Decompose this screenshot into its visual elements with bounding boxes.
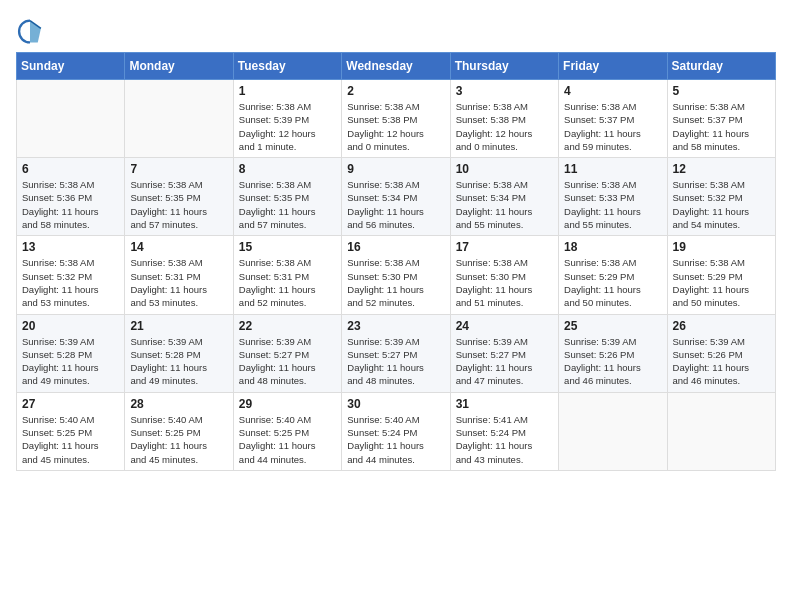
calendar-cell: 10Sunrise: 5:38 AMSunset: 5:34 PMDayligh… (450, 158, 558, 236)
calendar-week-2: 6Sunrise: 5:38 AMSunset: 5:36 PMDaylight… (17, 158, 776, 236)
day-info: Sunrise: 5:39 AMSunset: 5:28 PMDaylight:… (130, 335, 227, 388)
calendar-cell: 1Sunrise: 5:38 AMSunset: 5:39 PMDaylight… (233, 80, 341, 158)
calendar-cell: 8Sunrise: 5:38 AMSunset: 5:35 PMDaylight… (233, 158, 341, 236)
day-info: Sunrise: 5:38 AMSunset: 5:33 PMDaylight:… (564, 178, 661, 231)
day-number: 2 (347, 84, 444, 98)
day-number: 26 (673, 319, 770, 333)
day-info: Sunrise: 5:38 AMSunset: 5:38 PMDaylight:… (347, 100, 444, 153)
day-info: Sunrise: 5:38 AMSunset: 5:32 PMDaylight:… (22, 256, 119, 309)
day-info: Sunrise: 5:40 AMSunset: 5:25 PMDaylight:… (130, 413, 227, 466)
day-number: 30 (347, 397, 444, 411)
calendar-cell: 23Sunrise: 5:39 AMSunset: 5:27 PMDayligh… (342, 314, 450, 392)
day-number: 23 (347, 319, 444, 333)
calendar-header-sunday: Sunday (17, 53, 125, 80)
calendar-cell: 13Sunrise: 5:38 AMSunset: 5:32 PMDayligh… (17, 236, 125, 314)
header (16, 16, 776, 44)
calendar-cell: 15Sunrise: 5:38 AMSunset: 5:31 PMDayligh… (233, 236, 341, 314)
day-number: 4 (564, 84, 661, 98)
calendar-header-monday: Monday (125, 53, 233, 80)
day-info: Sunrise: 5:40 AMSunset: 5:24 PMDaylight:… (347, 413, 444, 466)
calendar-cell: 14Sunrise: 5:38 AMSunset: 5:31 PMDayligh… (125, 236, 233, 314)
day-number: 15 (239, 240, 336, 254)
day-number: 8 (239, 162, 336, 176)
day-info: Sunrise: 5:38 AMSunset: 5:32 PMDaylight:… (673, 178, 770, 231)
day-info: Sunrise: 5:38 AMSunset: 5:30 PMDaylight:… (347, 256, 444, 309)
logo-icon (16, 16, 44, 44)
calendar-cell: 12Sunrise: 5:38 AMSunset: 5:32 PMDayligh… (667, 158, 775, 236)
calendar-cell: 29Sunrise: 5:40 AMSunset: 5:25 PMDayligh… (233, 392, 341, 470)
day-info: Sunrise: 5:38 AMSunset: 5:29 PMDaylight:… (673, 256, 770, 309)
day-number: 27 (22, 397, 119, 411)
calendar-cell: 25Sunrise: 5:39 AMSunset: 5:26 PMDayligh… (559, 314, 667, 392)
day-number: 13 (22, 240, 119, 254)
calendar-cell: 27Sunrise: 5:40 AMSunset: 5:25 PMDayligh… (17, 392, 125, 470)
day-info: Sunrise: 5:38 AMSunset: 5:35 PMDaylight:… (239, 178, 336, 231)
day-number: 19 (673, 240, 770, 254)
day-info: Sunrise: 5:38 AMSunset: 5:34 PMDaylight:… (456, 178, 553, 231)
day-number: 14 (130, 240, 227, 254)
calendar-week-4: 20Sunrise: 5:39 AMSunset: 5:28 PMDayligh… (17, 314, 776, 392)
day-info: Sunrise: 5:39 AMSunset: 5:27 PMDaylight:… (456, 335, 553, 388)
day-number: 1 (239, 84, 336, 98)
day-info: Sunrise: 5:39 AMSunset: 5:27 PMDaylight:… (347, 335, 444, 388)
calendar-cell: 28Sunrise: 5:40 AMSunset: 5:25 PMDayligh… (125, 392, 233, 470)
day-number: 9 (347, 162, 444, 176)
day-number: 20 (22, 319, 119, 333)
day-info: Sunrise: 5:38 AMSunset: 5:31 PMDaylight:… (239, 256, 336, 309)
day-number: 17 (456, 240, 553, 254)
calendar-cell (667, 392, 775, 470)
calendar-cell: 9Sunrise: 5:38 AMSunset: 5:34 PMDaylight… (342, 158, 450, 236)
calendar-week-3: 13Sunrise: 5:38 AMSunset: 5:32 PMDayligh… (17, 236, 776, 314)
day-info: Sunrise: 5:38 AMSunset: 5:34 PMDaylight:… (347, 178, 444, 231)
calendar-cell: 2Sunrise: 5:38 AMSunset: 5:38 PMDaylight… (342, 80, 450, 158)
calendar-header-thursday: Thursday (450, 53, 558, 80)
day-number: 21 (130, 319, 227, 333)
day-number: 7 (130, 162, 227, 176)
day-number: 25 (564, 319, 661, 333)
calendar-cell: 22Sunrise: 5:39 AMSunset: 5:27 PMDayligh… (233, 314, 341, 392)
calendar-cell (559, 392, 667, 470)
calendar-header-row: SundayMondayTuesdayWednesdayThursdayFrid… (17, 53, 776, 80)
calendar-table: SundayMondayTuesdayWednesdayThursdayFrid… (16, 52, 776, 471)
day-number: 5 (673, 84, 770, 98)
day-info: Sunrise: 5:39 AMSunset: 5:27 PMDaylight:… (239, 335, 336, 388)
calendar-header-saturday: Saturday (667, 53, 775, 80)
logo (16, 16, 48, 44)
day-info: Sunrise: 5:38 AMSunset: 5:39 PMDaylight:… (239, 100, 336, 153)
day-number: 31 (456, 397, 553, 411)
calendar-cell: 31Sunrise: 5:41 AMSunset: 5:24 PMDayligh… (450, 392, 558, 470)
day-number: 18 (564, 240, 661, 254)
calendar-header-wednesday: Wednesday (342, 53, 450, 80)
calendar-cell (17, 80, 125, 158)
day-number: 28 (130, 397, 227, 411)
day-number: 22 (239, 319, 336, 333)
calendar-cell: 4Sunrise: 5:38 AMSunset: 5:37 PMDaylight… (559, 80, 667, 158)
calendar-cell: 17Sunrise: 5:38 AMSunset: 5:30 PMDayligh… (450, 236, 558, 314)
calendar-cell: 5Sunrise: 5:38 AMSunset: 5:37 PMDaylight… (667, 80, 775, 158)
day-info: Sunrise: 5:41 AMSunset: 5:24 PMDaylight:… (456, 413, 553, 466)
day-number: 6 (22, 162, 119, 176)
calendar-week-5: 27Sunrise: 5:40 AMSunset: 5:25 PMDayligh… (17, 392, 776, 470)
calendar-cell: 19Sunrise: 5:38 AMSunset: 5:29 PMDayligh… (667, 236, 775, 314)
calendar-cell: 11Sunrise: 5:38 AMSunset: 5:33 PMDayligh… (559, 158, 667, 236)
calendar-header-tuesday: Tuesday (233, 53, 341, 80)
day-info: Sunrise: 5:39 AMSunset: 5:26 PMDaylight:… (673, 335, 770, 388)
day-info: Sunrise: 5:38 AMSunset: 5:35 PMDaylight:… (130, 178, 227, 231)
day-info: Sunrise: 5:40 AMSunset: 5:25 PMDaylight:… (22, 413, 119, 466)
day-number: 10 (456, 162, 553, 176)
day-number: 3 (456, 84, 553, 98)
calendar-cell: 16Sunrise: 5:38 AMSunset: 5:30 PMDayligh… (342, 236, 450, 314)
calendar-header-friday: Friday (559, 53, 667, 80)
calendar-cell: 30Sunrise: 5:40 AMSunset: 5:24 PMDayligh… (342, 392, 450, 470)
calendar-cell: 3Sunrise: 5:38 AMSunset: 5:38 PMDaylight… (450, 80, 558, 158)
day-info: Sunrise: 5:40 AMSunset: 5:25 PMDaylight:… (239, 413, 336, 466)
day-number: 24 (456, 319, 553, 333)
calendar-cell: 26Sunrise: 5:39 AMSunset: 5:26 PMDayligh… (667, 314, 775, 392)
day-info: Sunrise: 5:38 AMSunset: 5:37 PMDaylight:… (564, 100, 661, 153)
day-info: Sunrise: 5:38 AMSunset: 5:36 PMDaylight:… (22, 178, 119, 231)
day-number: 12 (673, 162, 770, 176)
day-number: 11 (564, 162, 661, 176)
day-number: 29 (239, 397, 336, 411)
calendar-cell (125, 80, 233, 158)
day-number: 16 (347, 240, 444, 254)
